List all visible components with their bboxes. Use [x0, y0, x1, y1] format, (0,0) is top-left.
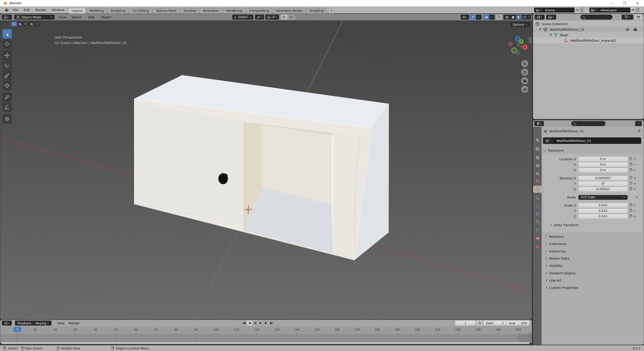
- section-motion-paths[interactable]: Motion Paths∷∷: [545, 256, 644, 261]
- menu-file[interactable]: File: [11, 7, 20, 14]
- panel-grip-icon[interactable]: ∷∷: [638, 149, 641, 152]
- camera-view-icon[interactable]: [521, 77, 528, 84]
- lock-decorator[interactable]: [630, 210, 635, 212]
- properties-editor-type-button[interactable]: [534, 121, 544, 126]
- outliner-row-material[interactable]: WallShelfWithDoor_material1: [533, 38, 644, 43]
- timeline-scrollbar[interactable]: [1, 342, 530, 344]
- location-x-field[interactable]: 0 m: [578, 157, 628, 162]
- tab-sculpting[interactable]: Sculpting: [107, 8, 129, 14]
- tab-constraints-icon[interactable]: [533, 218, 542, 225]
- scale-y-field[interactable]: 0.010: [578, 209, 628, 213]
- tab-texture-paint[interactable]: Texture Paint: [153, 8, 180, 14]
- playhead-line[interactable]: [17, 332, 18, 343]
- playback-menu[interactable]: Playback: [17, 321, 31, 325]
- viewport-menu-select[interactable]: Select: [69, 14, 84, 20]
- timeline-ruler[interactable]: 1020304050607080901001101201301401501601…: [0, 326, 532, 334]
- tab-output-icon[interactable]: [533, 154, 542, 161]
- pan-view-icon[interactable]: [521, 69, 528, 76]
- orthographic-toggle-icon[interactable]: [521, 86, 528, 93]
- outliner-search-input[interactable]: [580, 15, 613, 20]
- outliner-row-object[interactable]: WallShelfWithDoor_01: [533, 27, 644, 32]
- tab-view-layer-icon[interactable]: [533, 162, 542, 169]
- auto-keyframe-toggle[interactable]: [477, 321, 482, 326]
- lock-decorator[interactable]: [630, 215, 635, 217]
- show-overlays-toggle[interactable]: [483, 15, 489, 20]
- viewport-menu-add[interactable]: Add: [86, 14, 97, 20]
- scale-z-field[interactable]: 0.010: [578, 214, 628, 219]
- menu-render[interactable]: Render: [33, 7, 49, 14]
- section-delta-transform[interactable]: Delta Transform: [543, 222, 642, 227]
- timeline-menu-view[interactable]: View: [55, 320, 67, 326]
- viewlayer-new-icon[interactable]: [630, 8, 635, 13]
- lock-decorator[interactable]: [630, 204, 635, 206]
- lock-decorator[interactable]: [630, 177, 635, 179]
- viewlayer-remove-icon[interactable]: ✕: [635, 8, 640, 13]
- shading-wireframe-button[interactable]: [504, 15, 510, 19]
- minimize-button[interactable]: −: [606, 0, 618, 7]
- tab-render-icon[interactable]: [533, 145, 542, 152]
- tool-annotate[interactable]: [2, 92, 12, 102]
- section-custom-properties[interactable]: Custom Properties∷∷: [545, 285, 644, 290]
- play-button[interactable]: [258, 321, 263, 326]
- tab-object-icon[interactable]: [533, 186, 542, 193]
- scene-name-field[interactable]: Scene: [543, 8, 574, 13]
- current-frame-field[interactable]: 1: [455, 321, 476, 326]
- properties-filter-dropdown[interactable]: [635, 121, 642, 126]
- shading-solid-button[interactable]: [510, 15, 516, 19]
- rotation-y-field[interactable]: -0°: [578, 181, 628, 186]
- scale-x-field[interactable]: 0.010: [578, 203, 628, 208]
- tool-measure[interactable]: [2, 102, 12, 112]
- timeline-collapse-arrow[interactable]: ‹: [528, 333, 531, 339]
- viewlayer-browse-icon[interactable]: [589, 8, 598, 13]
- tab-rendering[interactable]: Rendering: [223, 8, 246, 14]
- disable-render-camera-icon[interactable]: [633, 28, 637, 31]
- playhead-label[interactable]: 1: [14, 327, 21, 332]
- tool-move[interactable]: [2, 51, 12, 60]
- proportional-edit-toggle[interactable]: [281, 15, 287, 20]
- lock-decorator[interactable]: [630, 158, 635, 160]
- tool-add-cube[interactable]: [2, 114, 12, 124]
- outliner-row-mesh[interactable]: Mesh: [533, 32, 644, 38]
- menu-edit[interactable]: Edit: [21, 7, 32, 14]
- location-z-field[interactable]: 0 m: [578, 168, 628, 173]
- location-y-field[interactable]: 0 m: [578, 162, 628, 167]
- blender-menu-icon[interactable]: [4, 8, 9, 12]
- disclosure-arrow-icon[interactable]: [550, 34, 552, 36]
- timeline-tracks[interactable]: [0, 334, 532, 343]
- options-dropdown[interactable]: Options: [510, 22, 530, 27]
- add-workspace-button[interactable]: +: [328, 9, 335, 14]
- pin-icon[interactable]: [637, 129, 641, 133]
- dot-decorator[interactable]: [636, 197, 637, 198]
- section-collections[interactable]: Collections∷∷: [545, 241, 644, 246]
- scene-new-icon[interactable]: [574, 8, 579, 13]
- lock-decorator[interactable]: [630, 188, 635, 190]
- tab-scene-icon[interactable]: [533, 170, 542, 177]
- tab-world-icon[interactable]: [533, 177, 542, 184]
- gizmo-dropdown[interactable]: [476, 15, 481, 20]
- xray-toggle[interactable]: [496, 15, 502, 20]
- lock-decorator[interactable]: [630, 169, 635, 171]
- outliner-filter-dropdown[interactable]: [622, 15, 633, 20]
- snap-target-icon[interactable]: [271, 16, 275, 19]
- hide-eye-icon[interactable]: [626, 28, 630, 31]
- tab-scripting[interactable]: Scripting: [306, 8, 327, 14]
- outliner-display-mode-dropdown[interactable]: [535, 15, 545, 20]
- jump-to-end-button[interactable]: [269, 321, 274, 326]
- breadcrumb-object-name[interactable]: WallShelfWithDoor_01: [549, 129, 584, 133]
- tab-modeling[interactable]: Modeling: [86, 8, 107, 14]
- show-gizmo-toggle[interactable]: [470, 15, 476, 20]
- disclosure-arrow-icon[interactable]: [539, 29, 541, 30]
- tool-rotate[interactable]: [2, 61, 12, 70]
- select-mode-intersect-button[interactable]: [34, 22, 40, 26]
- viewport-menu-object[interactable]: Object: [98, 14, 114, 20]
- tool-select-box[interactable]: [2, 29, 12, 38]
- select-mode-extend-button[interactable]: [17, 22, 23, 26]
- select-mode-subtract-button[interactable]: [23, 22, 28, 26]
- rotation-mode-dropdown[interactable]: XYZ Euler: [578, 195, 628, 200]
- tab-physics-icon[interactable]: [533, 210, 542, 217]
- proportional-falloff-dropdown[interactable]: [287, 15, 295, 20]
- zoom-view-icon[interactable]: [521, 60, 528, 67]
- transform-orientation-dropdown[interactable]: Global: [232, 15, 253, 20]
- lock-decorator[interactable]: [630, 183, 635, 185]
- section-line-art[interactable]: Line Art∷∷: [545, 278, 644, 283]
